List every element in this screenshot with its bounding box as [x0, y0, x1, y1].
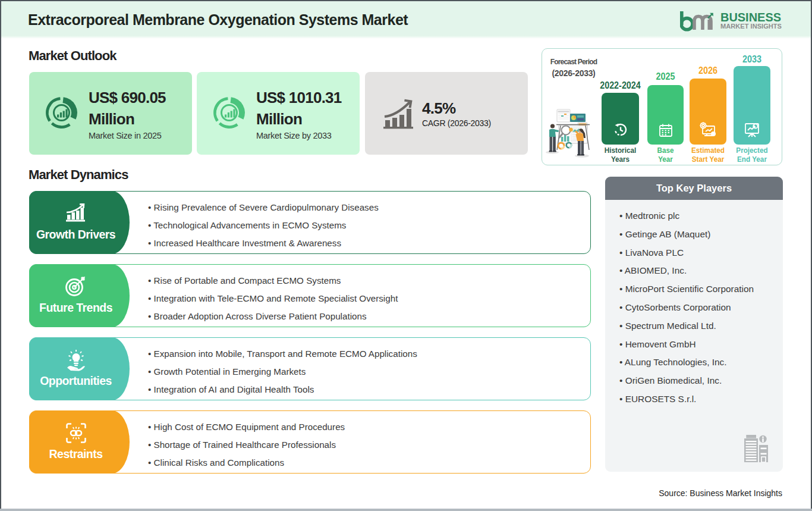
svg-text:BUSINESS: BUSINESS	[720, 10, 781, 24]
svg-text:MARKET INSIGHTS: MARKET INSIGHTS	[720, 23, 782, 30]
